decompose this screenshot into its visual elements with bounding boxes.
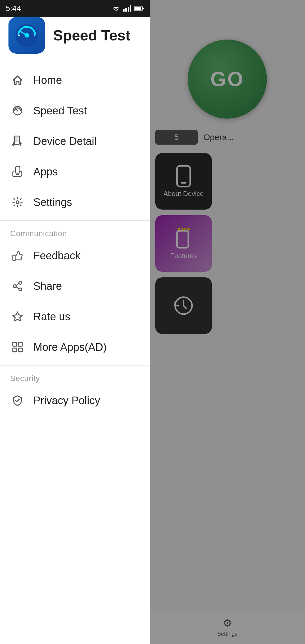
svg-rect-37 [13, 342, 16, 346]
security-divider [0, 365, 150, 365]
star-icon [10, 309, 25, 324]
svg-rect-12 [134, 7, 141, 10]
menu-label-speed-test: Speed Test [33, 105, 87, 117]
drawer-overlay[interactable] [150, 0, 305, 644]
svg-point-32 [13, 285, 16, 288]
communication-section-label: Communication [0, 223, 150, 240]
menu-label-more-apps: More Apps(AD) [33, 341, 107, 353]
wifi-icon [112, 5, 120, 12]
menu-item-speed-test[interactable]: Speed Test [0, 95, 150, 126]
menu-item-feedback[interactable]: Feedback [0, 240, 150, 271]
svg-rect-8 [125, 8, 127, 12]
apps-icon [10, 164, 25, 179]
svg-point-6 [116, 10, 117, 11]
svg-rect-30 [13, 255, 15, 260]
menu-label-feedback: Feedback [33, 250, 80, 262]
menu-item-home[interactable]: Home [0, 65, 150, 95]
menu-label-share: Share [33, 280, 62, 292]
menu-item-privacy-policy[interactable]: Privacy Policy [0, 385, 150, 416]
speedometer-logo [14, 23, 40, 48]
menu-item-device-detail[interactable]: Device Detail [0, 126, 150, 156]
menu-label-rate-us: Rate us [33, 311, 70, 323]
menu-label-settings: Settings [33, 196, 72, 208]
battery-icon [134, 6, 144, 11]
svg-point-29 [16, 201, 19, 204]
drawer-menu: Home Speed Test [0, 62, 150, 644]
svg-line-35 [16, 287, 19, 289]
svg-point-33 [19, 288, 22, 291]
menu-item-share[interactable]: Share [0, 271, 150, 301]
grid-icon [10, 340, 25, 354]
status-icons [112, 5, 144, 12]
app-logo [8, 17, 45, 54]
svg-rect-39 [13, 348, 16, 352]
share-icon [10, 279, 25, 293]
menu-item-settings[interactable]: Settings [0, 187, 150, 217]
menu-item-apps[interactable]: Apps [0, 156, 150, 187]
svg-point-31 [19, 281, 22, 284]
menu-label-privacy-policy: Privacy Policy [33, 395, 100, 407]
svg-rect-7 [123, 9, 125, 12]
svg-rect-9 [128, 7, 129, 12]
svg-rect-40 [18, 348, 22, 352]
menu-item-more-apps[interactable]: More Apps(AD) [0, 332, 150, 362]
app-title: Speed Test [53, 27, 130, 44]
svg-line-34 [16, 283, 19, 286]
signal-icon [123, 5, 131, 12]
svg-rect-38 [18, 342, 22, 346]
menu-item-rate-us[interactable]: Rate us [0, 301, 150, 332]
communication-divider [0, 220, 150, 221]
speedometer-icon [10, 103, 25, 118]
svg-rect-27 [16, 167, 20, 173]
svg-point-22 [17, 110, 18, 112]
svg-rect-24 [15, 137, 19, 142]
status-bar: 5:44 [0, 0, 150, 17]
device-icon [10, 134, 25, 149]
menu-label-device-detail: Device Detail [33, 135, 97, 147]
status-time: 5:44 [6, 4, 21, 13]
settings-icon [10, 195, 25, 210]
svg-rect-13 [143, 8, 144, 9]
menu-label-apps: Apps [33, 166, 58, 178]
menu-label-home: Home [33, 74, 62, 86]
shield-icon [10, 393, 25, 408]
thumbs-up-icon [10, 248, 25, 263]
svg-rect-10 [130, 5, 131, 12]
nav-drawer: 5:44 [0, 0, 150, 644]
svg-marker-36 [13, 312, 22, 321]
home-icon [10, 73, 25, 88]
security-section-label: Security [0, 368, 150, 385]
